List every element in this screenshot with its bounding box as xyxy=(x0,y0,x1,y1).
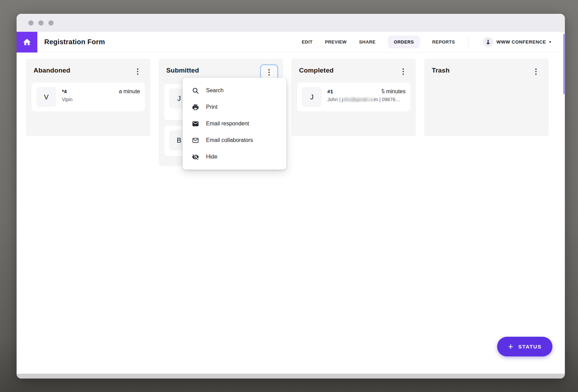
column-trash: Trash ⋮ xyxy=(424,59,549,136)
hide-eye-off-icon xyxy=(192,153,199,161)
window-titlebar xyxy=(17,14,565,32)
order-subtitle: John | john@gmail.com | 09876… xyxy=(327,97,405,102)
avatar: J xyxy=(302,87,322,107)
order-time: 5 minutes xyxy=(382,88,405,95)
nav-divider xyxy=(468,36,468,48)
column-context-menu: Search Print Email respondent Email coll… xyxy=(183,78,286,170)
search-icon xyxy=(192,87,199,94)
add-status-label: STATUS xyxy=(518,344,541,350)
window-control-dot[interactable] xyxy=(38,20,44,26)
status-columns: Abandoned ⋮ V *4 a minute Vipin xyxy=(17,52,565,166)
avatar: V xyxy=(36,87,56,107)
email-outline-icon xyxy=(192,137,199,144)
orders-board: Abandoned ⋮ V *4 a minute Vipin xyxy=(17,52,565,379)
chevron-down-icon: ▾ xyxy=(549,40,551,44)
column-title: Abandoned xyxy=(34,64,70,74)
column-title: Submitted xyxy=(166,64,199,74)
column-menu-button[interactable]: ⋮ xyxy=(130,64,146,78)
menu-item-search[interactable]: Search xyxy=(183,82,286,99)
nav-tab-orders[interactable]: ORDERS xyxy=(388,36,420,48)
app-header: Registration Form EDIT PREVIEW SHARE ORD… xyxy=(17,32,565,52)
main-nav: EDIT PREVIEW SHARE ORDERS REPORTS WWW CO… xyxy=(302,36,565,48)
menu-item-email-collaborators[interactable]: Email collaborators xyxy=(183,132,286,149)
account-label: WWW CONFERENCE xyxy=(496,39,546,45)
add-status-button[interactable]: + STATUS xyxy=(497,337,552,356)
column-completed: Completed ⋮ J #1 5 minutes John | john@g… xyxy=(291,59,416,136)
horizontal-scrollbar-track[interactable] xyxy=(17,374,565,379)
column-menu-button[interactable]: ⋮ xyxy=(395,64,411,78)
account-menu[interactable]: WWW CONFERENCE ▾ xyxy=(483,37,551,47)
menu-item-print[interactable]: Print xyxy=(183,99,286,115)
nav-tab-reports[interactable]: REPORTS xyxy=(432,39,455,45)
order-number: *4 xyxy=(62,88,67,94)
app-window: Registration Form EDIT PREVIEW SHARE ORD… xyxy=(17,14,565,379)
column-title: Completed xyxy=(299,64,334,74)
menu-item-email-respondent[interactable]: Email respondent xyxy=(183,115,286,132)
order-card[interactable]: V *4 a minute Vipin xyxy=(31,83,145,112)
print-icon xyxy=(192,104,199,111)
order-number: #1 xyxy=(327,88,333,94)
menu-item-hide[interactable]: Hide xyxy=(183,149,286,165)
column-abandoned: Abandoned ⋮ V *4 a minute Vipin xyxy=(26,59,150,136)
order-subtitle: Vipin xyxy=(62,97,140,102)
nav-tab-share[interactable]: SHARE xyxy=(359,39,376,45)
window-control-dot[interactable] xyxy=(28,20,34,26)
column-menu-button[interactable]: ⋮ xyxy=(528,64,544,78)
nav-tab-edit[interactable]: EDIT xyxy=(302,39,313,45)
home-button[interactable] xyxy=(17,32,37,52)
vertical-scrollbar-thumb[interactable] xyxy=(563,34,565,94)
order-card[interactable]: J #1 5 minutes John | john@gmail.com | 0… xyxy=(297,83,410,112)
page-title: Registration Form xyxy=(44,38,105,46)
nav-tab-preview[interactable]: PREVIEW xyxy=(325,39,347,45)
email-filled-icon xyxy=(192,120,199,127)
redacted-email: ohn@gmail.co xyxy=(343,97,374,102)
order-time: a minute xyxy=(119,88,140,95)
home-icon xyxy=(22,38,31,47)
plus-icon: + xyxy=(508,342,514,351)
column-title: Trash xyxy=(432,64,450,74)
conference-speaker-icon xyxy=(483,37,493,47)
window-control-dot[interactable] xyxy=(48,20,54,26)
